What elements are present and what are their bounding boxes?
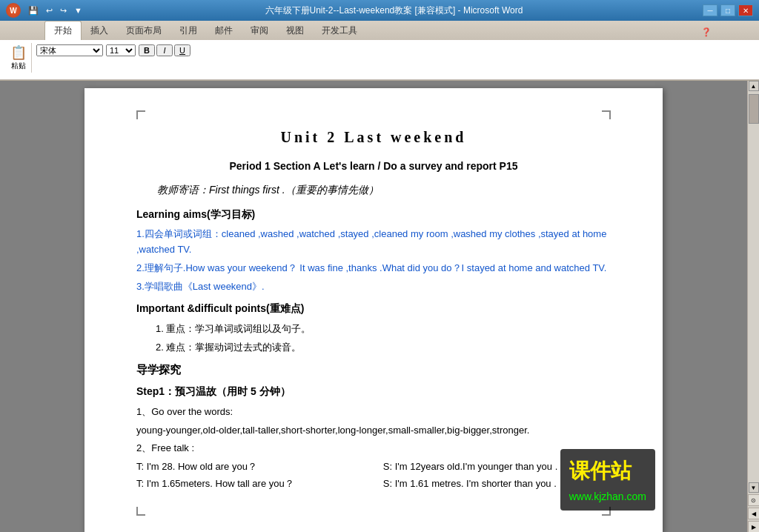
dialog-s1-text: S: I'm 12years old.I'm younger than you … (383, 461, 557, 472)
window-controls: ─ □ ✕ (703, 4, 753, 16)
tab-review[interactable]: 审阅 (242, 21, 277, 40)
period-section: Period 1 Section A Let's learn / Do a su… (136, 158, 611, 174)
view-icons: ⊙ ◀ ▶ (748, 493, 760, 532)
redo-btn[interactable]: ↪ (57, 4, 70, 17)
minimize-btn[interactable]: ─ (703, 4, 717, 16)
font-family-select[interactable]: 宋体 (36, 44, 103, 56)
aim-1: 1.四会单词或词组：cleaned ,washed ,watched ,stay… (136, 227, 611, 258)
undo-btn[interactable]: ↩ (43, 4, 56, 17)
step1-title: Step1：预习温故（用时 5 分钟） (136, 383, 611, 399)
watermark-cn-text: 课件站 (569, 455, 646, 488)
tab-references[interactable]: 引用 (170, 21, 206, 40)
ribbon-toolbar: 📋 粘贴 宋体 11 B I U (0, 40, 759, 80)
help-btn[interactable]: ❓ (698, 24, 715, 40)
prev-page-btn[interactable]: ◀ (748, 508, 760, 519)
bold-btn[interactable]: B (139, 44, 155, 56)
font-style-btns: B I U (139, 44, 190, 56)
tab-insert[interactable]: 插入 (82, 21, 117, 40)
scroll-track-v (748, 91, 759, 482)
clipboard-group: 📋 粘贴 (6, 43, 32, 73)
watermark: 课件站 www.kjzhan.com (560, 449, 655, 511)
learning-aims-title: Learning aims(学习目标) (136, 206, 611, 222)
main-area: Unit 2 Last weekend Period 1 Section A L… (0, 81, 759, 532)
paste-btn[interactable]: 📋 粘贴 (10, 44, 27, 71)
corner-mark-bl (136, 507, 145, 516)
important-title: Important &difficult points(重难点) (136, 300, 611, 316)
corner-mark-tl (136, 110, 145, 119)
dialog-row-2: T: I'm 1.65meters. How tall are you？ S: … (136, 476, 611, 492)
window-title: 六年级下册Unit-2--Last-weekend教案 [兼容模式] - Mic… (85, 4, 703, 17)
dialog-t1: T: I'm 28. How old are you？ (136, 459, 364, 475)
document-page: Unit 2 Last weekend Period 1 Section A L… (84, 88, 663, 532)
quick-access-toolbar: 💾 ↩ ↪ ▼ (25, 4, 85, 17)
ribbon-tab-bar: 开始 插入 页面布局 引用 邮件 审阅 视图 开发工具 ❓ (0, 21, 759, 40)
guide-section: 导学探究 (136, 361, 611, 379)
next-page-btn[interactable]: ▶ (748, 521, 760, 532)
go-over-label: 1、Go over the words: (136, 405, 611, 420)
aim-2: 2.理解句子.How was your weekend？ It was fine… (136, 261, 611, 276)
tab-view[interactable]: 视图 (277, 21, 313, 40)
customize-btn[interactable]: ▼ (71, 4, 85, 17)
scroll-down-btn[interactable]: ▼ (749, 482, 759, 493)
italic-btn[interactable]: I (156, 44, 173, 56)
words-list: young-younger,old-older,tall-taller,shor… (136, 423, 611, 439)
ribbon: 开始 插入 页面布局 引用 邮件 审阅 视图 开发工具 ❓ 📋 粘贴 宋体 11… (0, 21, 759, 81)
dialog-row-1: T: I'm 28. How old are you？ S: I'm 12yea… (136, 459, 611, 475)
scroll-thumb-v[interactable] (749, 94, 759, 124)
page-margin-marks (136, 110, 611, 119)
restore-btn[interactable]: □ (720, 4, 735, 16)
point-1: 1. 重点：学习单词或词组以及句子。 (136, 322, 611, 337)
tab-page-layout[interactable]: 页面布局 (117, 21, 170, 40)
point-2: 2. 难点：掌握动词过去式的读音。 (136, 340, 611, 356)
save-quick-btn[interactable]: 💾 (25, 4, 42, 17)
title-bar-left: W 💾 ↩ ↪ ▼ (6, 3, 85, 18)
font-group: 宋体 11 B I U (35, 43, 192, 58)
scroll-up-btn[interactable]: ▲ (749, 81, 759, 91)
title-bar: W 💾 ↩ ↪ ▼ 六年级下册Unit-2--Last-weekend教案 [兼… (0, 0, 759, 21)
vertical-scrollbar[interactable]: ▲ ▼ ⊙ ◀ ▶ (747, 81, 759, 532)
page-margin-marks-bottom (136, 507, 611, 516)
tab-developer[interactable]: 开发工具 (313, 21, 366, 40)
font-size-select[interactable]: 11 (106, 44, 136, 56)
watermark-url-text: www.kjzhan.com (569, 488, 646, 505)
underline-btn[interactable]: U (174, 44, 190, 56)
view-icon-1[interactable]: ⊙ (748, 494, 760, 506)
teacher-quote: 教师寄语：First things first .（重要的事情先做） (136, 182, 611, 198)
office-logo[interactable]: W (6, 3, 21, 18)
document-container: Unit 2 Last weekend Period 1 Section A L… (0, 81, 747, 532)
aim-3: 3.学唱歌曲《Last weekend》. (136, 279, 611, 295)
tab-mailings[interactable]: 邮件 (206, 21, 242, 40)
dialog-t2: T: I'm 1.65meters. How tall are you？ (136, 476, 364, 492)
tab-home[interactable]: 开始 (44, 21, 82, 40)
close-btn[interactable]: ✕ (738, 4, 753, 16)
corner-mark-tr (602, 110, 611, 119)
document-title: Unit 2 Last weekend (136, 125, 611, 149)
free-talk-label: 2、Free talk : (136, 441, 611, 456)
